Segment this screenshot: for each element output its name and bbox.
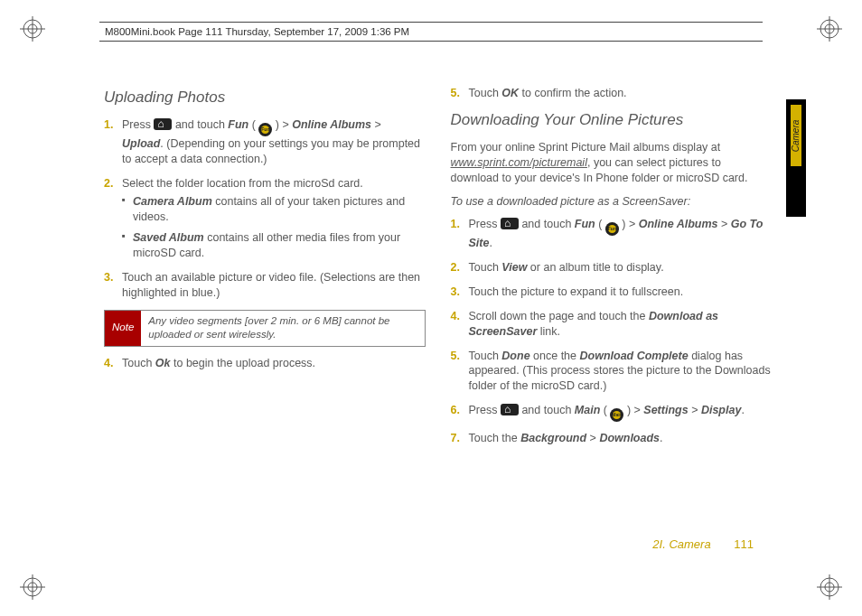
step-number: 3.: [451, 285, 460, 300]
fun-softkey-icon: Fun: [258, 123, 272, 136]
step-4: 4. Touch Ok to begin the upload process.: [104, 356, 426, 371]
step-number: 1.: [104, 117, 113, 133]
sub-item: Camera Album contains all of your taken …: [122, 194, 426, 225]
right-column: 5. Touch OK to confirm the action. Downl…: [451, 86, 773, 553]
steps-right: 1. Press and touch Fun ( Fun ) > Online …: [451, 217, 773, 446]
section-side-tab-label: Camera: [791, 105, 801, 166]
step-r4: 4. Scroll down the page and touch the Do…: [451, 309, 773, 340]
step-r3: 3. Touch the picture to expand it to ful…: [451, 285, 773, 300]
registration-mark-icon: [20, 16, 45, 42]
home-button-icon: [154, 118, 172, 130]
url-link: www.sprint.com/picturemail: [451, 156, 587, 169]
sub-list: Camera Album contains all of your taken …: [122, 194, 426, 261]
step-r6: 6. Press and touch Main ( Main ) > Setti…: [451, 403, 773, 422]
home-button-icon: [501, 218, 519, 229]
main-softkey-icon: Main: [610, 408, 623, 422]
step-number: 6.: [451, 403, 460, 418]
step-number: 1.: [451, 217, 460, 232]
fun-softkey-icon: Fun: [605, 222, 619, 236]
side-tab-text: Camera: [792, 119, 801, 152]
step-number: 2.: [104, 176, 113, 191]
home-button-icon: [501, 404, 519, 415]
sub-item: Saved Album contains all other media fil…: [122, 230, 426, 261]
note-box: Note Any video segments [over 2 min. or …: [104, 310, 426, 347]
step-number: 4.: [104, 356, 113, 371]
step-number: 5.: [451, 349, 460, 364]
step-r7: 7. Touch the Background > Downloads.: [451, 431, 773, 446]
step-3: 3. Touch an available picture or video f…: [104, 270, 426, 301]
heading-downloading-pictures: Downloading Your Online Pictures: [451, 110, 773, 131]
steps-right-top: 5. Touch OK to confirm the action.: [451, 86, 773, 101]
note-label: Note: [105, 311, 141, 346]
note-text: Any video segments [over 2 min. or 6 MB]…: [141, 311, 424, 346]
steps-left: 1. Press and touch Fun ( Fun ) > Online …: [104, 117, 426, 301]
step-number: 2.: [451, 260, 460, 275]
step-number: 3.: [104, 270, 113, 285]
intro-paragraph: From your online Sprint Picture Mail alb…: [451, 140, 773, 186]
registration-mark-icon: [817, 16, 842, 42]
page-number: 111: [734, 537, 754, 551]
registration-mark-icon: [817, 574, 842, 600]
step-1: 1. Press and touch Fun ( Fun ) > Online …: [104, 117, 426, 167]
section-label: 2I. Camera: [652, 537, 710, 551]
steps-left-cont: 4. Touch Ok to begin the upload process.: [104, 356, 426, 371]
step-number: 7.: [451, 431, 460, 446]
step-r2: 2. Touch View or an album title to displ…: [451, 260, 773, 275]
page-content: Uploading Photos 1. Press and touch Fun …: [104, 86, 772, 553]
step-r5: 5. Touch Done once the Download Complete…: [451, 349, 773, 395]
page-header: M800Mini.book Page 111 Thursday, Septemb…: [99, 22, 763, 42]
registration-mark-icon: [20, 574, 45, 600]
lead-in: To use a downloaded picture as a ScreenS…: [451, 194, 773, 210]
step-number: 4.: [451, 309, 460, 324]
left-column: Uploading Photos 1. Press and touch Fun …: [104, 86, 426, 553]
header-text: M800Mini.book Page 111 Thursday, Septemb…: [105, 26, 409, 37]
page-footer: 2I. Camera 111: [652, 537, 754, 551]
step-r1: 1. Press and touch Fun ( Fun ) > Online …: [451, 217, 773, 251]
step-5: 5. Touch OK to confirm the action.: [451, 86, 773, 101]
step-2: 2. Select the folder location from the m…: [104, 176, 426, 261]
heading-uploading-photos: Uploading Photos: [104, 88, 426, 108]
step-number: 5.: [451, 86, 460, 101]
